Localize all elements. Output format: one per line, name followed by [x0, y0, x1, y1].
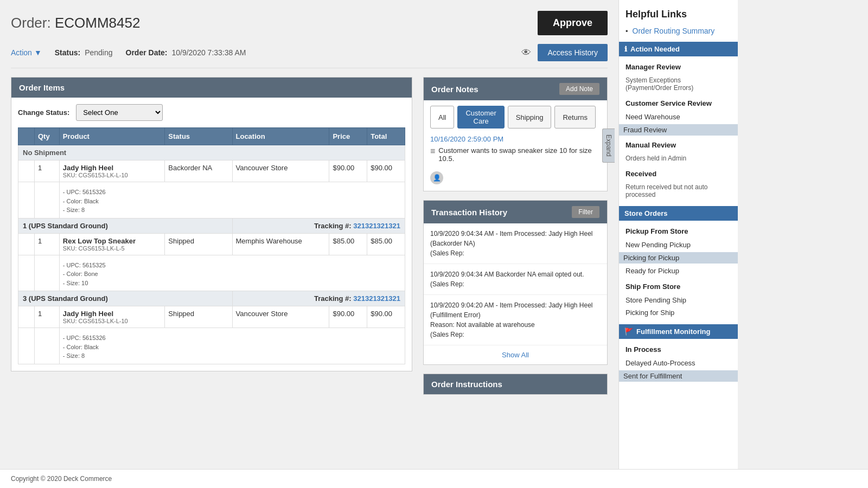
show-all-link[interactable]: Show All	[424, 345, 607, 364]
transaction-history-panel: Transaction History Filter 10/9/2020 9:0…	[423, 200, 608, 365]
footer: Copyright © 2020 Deck Commerce	[0, 469, 868, 488]
tab-shipping[interactable]: Shipping	[508, 106, 552, 129]
avatar: 👤	[430, 171, 443, 184]
section-store-orders: Store Orders	[619, 206, 738, 221]
col-price: Price	[329, 128, 367, 145]
sidebar-item-customer-service-review[interactable]: Customer Service Review	[626, 97, 731, 110]
status-select[interactable]: Select One Cancel Hold Ship	[76, 104, 163, 121]
shipment-1-header: 1 (UPS Standard Ground) Tracking #: 3213…	[18, 218, 405, 233]
notes-title: Order Notes	[431, 85, 478, 94]
table-row-details: - UPC: 5615326- Color: Black- Size: 8	[18, 328, 405, 364]
transaction-item: 10/9/2020 9:04:34 AM Backorder NA email …	[424, 264, 607, 295]
sidebar-item-new-pending-pickup[interactable]: New Pending Pickup	[626, 239, 731, 251]
sidebar-item-manager-review[interactable]: Manager Review	[626, 61, 731, 73]
table-row: 1 Jady High Heel SKU: CGS6153-LK-L-10 Ba…	[18, 160, 405, 182]
transaction-item: 10/9/2020 9:04:20 AM - Item Processed: J…	[424, 295, 607, 345]
sidebar: Helpful Links • Order Routing Summary ℹ …	[618, 0, 738, 469]
filter-button[interactable]: Filter	[572, 206, 599, 218]
order-notes-panel: Order Notes Add Note All Customer Care S…	[423, 77, 608, 191]
expand-tab[interactable]: Expand	[602, 129, 615, 163]
change-status-label: Change Status:	[18, 108, 69, 117]
transaction-item: 10/9/2020 9:04:34 AM - Item Processed: J…	[424, 223, 607, 264]
table-row: 1 Jady High Heel SKU: CGS6153-LK-L-10 Sh…	[18, 306, 405, 328]
sidebar-item-store-pending-ship[interactable]: Store Pending Ship	[626, 294, 731, 306]
sidebar-item-sent-for-fulfillment[interactable]: Sent for Fulfillment	[619, 370, 738, 382]
sidebar-item-ready-for-pickup[interactable]: Ready for Pickup	[626, 265, 731, 277]
col-status: Status	[165, 128, 232, 145]
access-history-button[interactable]: Access History	[538, 44, 608, 61]
shipment-group-header: No Shipment	[18, 145, 405, 160]
order-items-panel: Order Items Change Status: Select One Ca…	[11, 77, 412, 371]
note-date: 10/16/2020 2:59:00 PM	[430, 135, 596, 143]
sidebar-item-pickup-from-store[interactable]: Pickup From Store	[626, 225, 731, 237]
order-routing-summary-link[interactable]: Order Routing Summary	[633, 27, 715, 35]
sidebar-item-in-process[interactable]: In Process	[626, 343, 731, 356]
order-items-table: Qty Product Status Location Price Total	[18, 127, 405, 364]
section-fulfillment-monitoring: 🚩 Fulfillment Monitoring	[619, 324, 738, 339]
col-qty: Qty	[35, 128, 60, 145]
sidebar-item-manual-review[interactable]: Manual Review	[626, 139, 731, 151]
order-instructions-panel: Order Instructions	[423, 374, 608, 395]
footer-text: Copyright © 2020 Deck Commerce	[11, 475, 112, 483]
sidebar-title: Helpful Links	[626, 9, 731, 20]
shipment-3-header: 3 (UPS Standard Ground) Tracking #: 3213…	[18, 291, 405, 306]
sidebar-item-system-exceptions[interactable]: System Exceptions(Payment/Order Errors)	[626, 74, 731, 94]
col-total: Total	[367, 128, 405, 145]
table-row-details: - UPC: 5615325- Color: Bone- Size: 10	[18, 255, 405, 291]
note-text: Customer wants to swap sneaker size 10 f…	[430, 146, 596, 163]
col-checkbox	[18, 128, 35, 145]
flag-icon: 🚩	[624, 328, 633, 336]
tab-returns[interactable]: Returns	[554, 106, 596, 129]
tab-all[interactable]: All	[430, 106, 454, 129]
order-date-info: Order Date: 10/9/2020 7:33:38 AM	[126, 48, 246, 57]
view-icon[interactable]: 👁	[521, 47, 531, 59]
table-row: 1 Rex Low Top Sneaker SKU: CGS6153-LK-L-…	[18, 233, 405, 255]
order-label: Order:	[11, 15, 51, 31]
sidebar-item-picking-for-ship[interactable]: Picking for Ship	[626, 306, 731, 319]
col-location: Location	[232, 128, 329, 145]
order-id: ECOMM8452	[55, 15, 141, 31]
bullet-icon: •	[626, 27, 628, 35]
sidebar-item-ship-from-store[interactable]: Ship From Store	[626, 280, 731, 293]
table-row-details: - UPC: 5615326- Color: Black- Size: 8	[18, 182, 405, 219]
status-info: Status: Pending	[55, 48, 113, 57]
sidebar-item-orders-held: Orders held in Admin	[626, 152, 731, 164]
info-icon: ℹ	[624, 45, 627, 53]
col-product: Product	[59, 128, 165, 145]
section-action-needed: ℹ Action Needed	[619, 42, 738, 56]
order-instructions-title: Order Instructions	[424, 374, 607, 394]
sidebar-item-need-warehouse[interactable]: Need Warehouse	[626, 111, 731, 123]
approve-button[interactable]: Approve	[538, 11, 608, 35]
order-items-header: Order Items	[11, 78, 412, 98]
sidebar-item-return-received: Return received but not auto processed	[626, 181, 731, 201]
tab-customer-care[interactable]: Customer Care	[457, 106, 504, 129]
add-note-button[interactable]: Add Note	[559, 83, 599, 95]
trans-title: Transaction History	[431, 208, 507, 217]
sidebar-item-delayed-auto-process[interactable]: Delayed Auto-Process	[626, 357, 731, 369]
sidebar-item-received[interactable]: Received	[626, 168, 731, 180]
action-dropdown[interactable]: Action ▼	[11, 48, 42, 57]
sidebar-item-picking-for-pickup[interactable]: Picking for Pickup	[619, 252, 738, 264]
sidebar-item-fraud-review[interactable]: Fraud Review	[619, 124, 738, 136]
